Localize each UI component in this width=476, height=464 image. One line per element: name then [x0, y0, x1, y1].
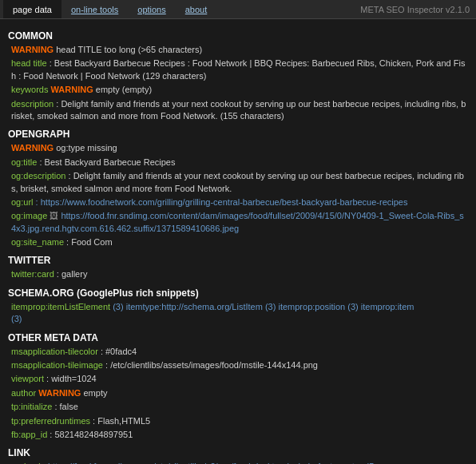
common-warning-title: WARNING head TITLE too long (>65 charact…	[8, 44, 468, 56]
description-label: description	[11, 99, 54, 109]
app-title: META SEO Inspector v2.1.0	[360, 5, 473, 14]
og-url-label: og:url	[11, 197, 34, 207]
nav-options[interactable]: options	[128, 0, 175, 18]
common-keywords: keywords WARNING empty (empty)	[8, 84, 468, 96]
viewport-value: : width=1024	[46, 374, 97, 383]
author-warning: WARNING	[38, 388, 81, 398]
fb-app-value: : 5821482484897951	[50, 430, 133, 439]
section-common: COMMON	[8, 30, 468, 42]
og-image-icon: 🖼	[50, 211, 58, 220]
nav-online-tools[interactable]: on-line tools	[61, 0, 128, 18]
position-label[interactable]: itemprop:position	[278, 302, 345, 311]
tilecolor: msapplication-tilecolor : #0fadc4	[8, 346, 468, 358]
viewport-label: viewport	[11, 374, 44, 383]
twitter-card-label: twitter:card	[11, 269, 54, 279]
tp-initialize: tp:initialize : false	[8, 401, 468, 413]
fb-app-label: fb:app_id	[11, 430, 47, 439]
position-value[interactable]: (3)	[347, 302, 358, 311]
common-head-title: head title : Best Backyard Barbecue Reci…	[8, 58, 468, 82]
itemtype-value[interactable]: (3)	[265, 302, 276, 311]
og-image-label: og:image	[11, 211, 47, 220]
item-value[interactable]: (3)	[11, 314, 22, 323]
main-content: COMMON WARNING head TITLE too long (>65 …	[0, 19, 476, 464]
keywords-label: keywords	[11, 85, 48, 94]
og-title: og:title : Best Backyard Barbecue Recipe…	[8, 157, 468, 169]
og-site: og:site_name : Food Com	[8, 236, 468, 248]
itemprop-label: itemprop:itemListElement	[11, 302, 110, 311]
author-label: author	[11, 388, 36, 398]
item-label[interactable]: itemprop:item	[361, 302, 415, 311]
keywords-warning: WARNING	[51, 85, 93, 94]
keywords-value: empty (empty)	[93, 85, 152, 94]
tp-preferredruntimes: tp:preferredruntimes : Flash,HTML5	[8, 415, 468, 427]
tileimage: msapplication-tileimage : /etc/clientlib…	[8, 359, 468, 371]
head-title-label: head title	[11, 58, 47, 68]
itemtype-label[interactable]: itemtype:http://schema.org/ListItem	[126, 302, 263, 311]
warning-title-text: head TITLE too long (>65 characters)	[54, 45, 202, 54]
tilecolor-value: : #0fadc4	[101, 347, 137, 356]
section-other: OTHER META DATA	[8, 332, 468, 343]
nav-page-data[interactable]: page data	[3, 0, 61, 18]
viewport: viewport : width=1024	[8, 373, 468, 385]
itemprop-count1[interactable]: (3)	[113, 302, 123, 311]
section-twitter: TWITTER	[8, 255, 468, 266]
twitter-card: twitter:card : gallery	[8, 268, 468, 280]
og-url: og:url : https://www.foodnetwork.com/gri…	[8, 196, 468, 208]
og-warning: WARNING og:type missing	[8, 142, 468, 154]
og-desc-label: og:description	[11, 171, 66, 180]
twitter-card-value: : gallery	[57, 269, 88, 279]
og-image-value[interactable]: https://food.fnr.sndimg.com/content/dam/…	[11, 211, 464, 232]
preload: preload : https://food.fnr.sndimg.com/et…	[8, 461, 468, 464]
top-navigation: page data on-line tools options about ME…	[0, 0, 476, 19]
head-title-value: : Best Backyard Barbecue Recipes : Food …	[11, 58, 465, 80]
og-site-value: : Food Com	[66, 237, 112, 247]
author: author WARNING empty	[8, 387, 468, 399]
og-title-value: : Best Backyard Barbecue Recipes	[39, 157, 175, 167]
nav-about[interactable]: about	[176, 0, 217, 18]
tp-init-value: : false	[54, 402, 77, 411]
tp-pref-value: : Flash,HTML5	[93, 416, 150, 426]
common-description: description : Delight family and friends…	[8, 98, 468, 123]
og-title-label: og:title	[11, 157, 37, 167]
tileimage-label: msapplication-tileimage	[11, 360, 103, 370]
fb-app-id: fb:app_id : 5821482484897951	[8, 429, 468, 441]
description-value: : Delight family and friends at your nex…	[11, 99, 466, 121]
og-description: og:description : Delight family and frie…	[8, 170, 468, 195]
og-site-label: og:site_name	[11, 237, 64, 247]
author-value: empty	[81, 388, 107, 398]
section-opengraph: OPENGRAPH	[8, 129, 468, 140]
og-warning-text: og:type missing	[54, 143, 117, 153]
schema-items: itemprop:itemListElement (3) itemtype:ht…	[8, 301, 468, 326]
tp-pref-label: tp:preferredruntimes	[11, 416, 90, 426]
section-link: LINK	[8, 447, 468, 458]
og-image: og:image 🖼 https://food.fnr.sndimg.com/c…	[8, 210, 468, 235]
tileimage-value: : /etc/clientlibs/assets/images/food/mst…	[105, 360, 318, 370]
tilecolor-label: msapplication-tilecolor	[11, 347, 98, 356]
section-schema: SCHEMA.ORG (GooglePlus rich snippets)	[8, 288, 468, 299]
warning-title-label: WARNING	[11, 45, 54, 54]
tp-init-label: tp:initialize	[11, 402, 52, 411]
og-url-value[interactable]: : https://www.foodnetwork.com/grilling/g…	[36, 197, 408, 207]
og-desc-value: : Delight family and friends at your nex…	[11, 171, 464, 192]
og-warning-label: WARNING	[11, 143, 54, 153]
